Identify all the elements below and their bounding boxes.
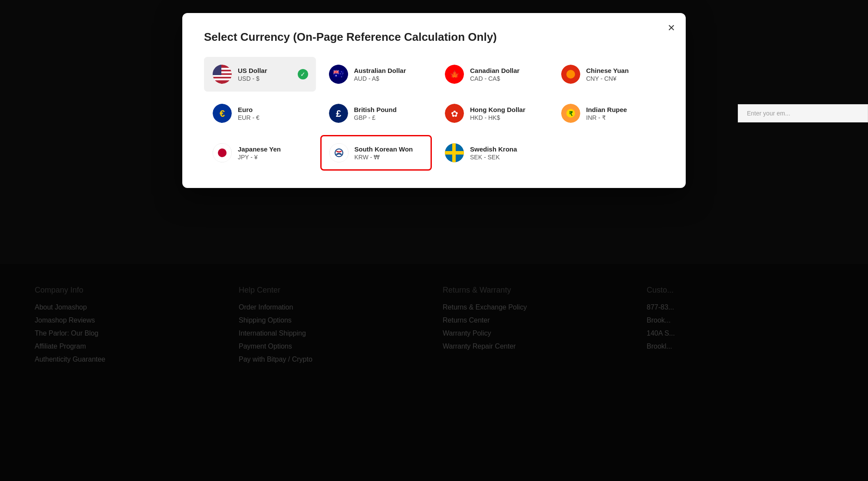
flag-kr — [329, 143, 349, 162]
svg-text:✿: ✿ — [451, 109, 458, 119]
currency-code-gbp: GBP - £ — [354, 114, 397, 121]
currency-info-krw: South Korean Won KRW - ₩ — [355, 145, 413, 161]
currency-code-krw: KRW - ₩ — [355, 154, 413, 161]
currency-info-hkd: Hong Kong Dollar HKD - HK$ — [470, 106, 526, 121]
currency-code-sek: SEK - SEK — [470, 154, 517, 161]
svg-point-13 — [566, 70, 575, 79]
currency-name-hkd: Hong Kong Dollar — [470, 106, 526, 113]
currency-info-eur: Euro EUR - € — [238, 106, 260, 121]
currency-code-hkd: HKD - HK$ — [470, 114, 526, 121]
currency-info-cny: Chinese Yuan CNY - CN¥ — [586, 67, 629, 82]
flag-us — [213, 65, 232, 84]
svg-rect-3 — [213, 75, 232, 77]
currency-name-cny: Chinese Yuan — [586, 67, 629, 74]
currency-code-usd: USD - $ — [238, 75, 267, 82]
currency-name-eur: Euro — [238, 106, 260, 113]
currency-name-cad: Canadian Dollar — [470, 67, 519, 74]
svg-point-24 — [218, 148, 227, 157]
currency-item-krw[interactable]: South Korean Won KRW - ₩ — [320, 135, 432, 171]
currency-info-sek: Swedish Krona SEK - SEK — [470, 145, 517, 161]
currency-code-inr: INR - ₹ — [586, 114, 627, 121]
currency-item-cny[interactable]: Chinese Yuan CNY - CN¥ — [552, 57, 664, 92]
flag-ca: 🍁 — [445, 65, 464, 84]
currency-name-sek: Swedish Krona — [470, 145, 517, 153]
flag-gb: £ — [329, 104, 348, 123]
currency-info-gbp: British Pound GBP - £ — [354, 106, 397, 121]
currency-grid: US Dollar USD - $ ✓ 🇦🇺 Australian Dollar… — [204, 57, 664, 171]
currency-info-inr: Indian Rupee INR - ₹ — [586, 106, 627, 121]
currency-item-inr[interactable]: ₹ Indian Rupee INR - ₹ — [552, 96, 664, 131]
currency-item-gbp[interactable]: £ British Pound GBP - £ — [320, 96, 432, 131]
close-button[interactable]: × — [668, 22, 675, 34]
currency-name-jpy: Japanese Yen — [238, 145, 281, 153]
currency-item-cad[interactable]: 🍁 Canadian Dollar CAD - CA$ — [436, 57, 548, 92]
modal-title: Select Currency (On-Page Reference Calcu… — [204, 30, 664, 44]
flag-se — [445, 143, 464, 162]
flag-hk: ✿ — [445, 104, 464, 123]
currency-name-inr: Indian Rupee — [586, 106, 627, 113]
currency-code-cad: CAD - CA$ — [470, 75, 519, 82]
currency-info-cad: Canadian Dollar CAD - CA$ — [470, 67, 519, 82]
currency-name-gbp: British Pound — [354, 106, 397, 113]
svg-rect-29 — [452, 143, 456, 162]
svg-text:🍁: 🍁 — [449, 69, 460, 80]
svg-point-25 — [329, 143, 349, 162]
currency-code-jpy: JPY - ¥ — [238, 154, 281, 161]
svg-rect-4 — [213, 79, 232, 80]
flag-cn — [561, 65, 580, 84]
svg-text:£: £ — [335, 108, 341, 119]
currency-name-aud: Australian Dollar — [354, 67, 406, 74]
flag-jp — [213, 143, 232, 162]
currency-name-krw: South Korean Won — [355, 145, 413, 153]
currency-item-eur[interactable]: € Euro EUR - € — [204, 96, 316, 131]
modal-backdrop: × Select Currency (On-Page Reference Cal… — [0, 0, 868, 481]
currency-code-cny: CNY - CN¥ — [586, 75, 629, 82]
svg-text:€: € — [220, 108, 225, 119]
currency-info-aud: Australian Dollar AUD - A$ — [354, 67, 406, 82]
currency-item-jpy[interactable]: Japanese Yen JPY - ¥ — [204, 135, 316, 171]
flag-eu: € — [213, 104, 232, 123]
currency-item-hkd[interactable]: ✿ Hong Kong Dollar HKD - HK$ — [436, 96, 548, 131]
svg-text:🇦🇺: 🇦🇺 — [332, 68, 345, 80]
currency-item-usd[interactable]: US Dollar USD - $ ✓ — [204, 57, 316, 92]
check-icon-usd: ✓ — [298, 69, 308, 79]
svg-rect-5 — [213, 65, 221, 75]
flag-in: ₹ — [561, 104, 580, 123]
flag-au: 🇦🇺 — [329, 65, 348, 84]
currency-code-aud: AUD - A$ — [354, 75, 406, 82]
currency-code-eur: EUR - € — [238, 114, 260, 121]
currency-name-usd: US Dollar — [238, 67, 267, 74]
currency-modal: × Select Currency (On-Page Reference Cal… — [182, 13, 686, 188]
currency-info-jpy: Japanese Yen JPY - ¥ — [238, 145, 281, 161]
currency-info-usd: US Dollar USD - $ — [238, 67, 267, 82]
svg-text:₹: ₹ — [569, 110, 572, 117]
currency-item-aud[interactable]: 🇦🇺 Australian Dollar AUD - A$ — [320, 57, 432, 92]
currency-item-sek[interactable]: Swedish Krona SEK - SEK — [436, 135, 548, 171]
